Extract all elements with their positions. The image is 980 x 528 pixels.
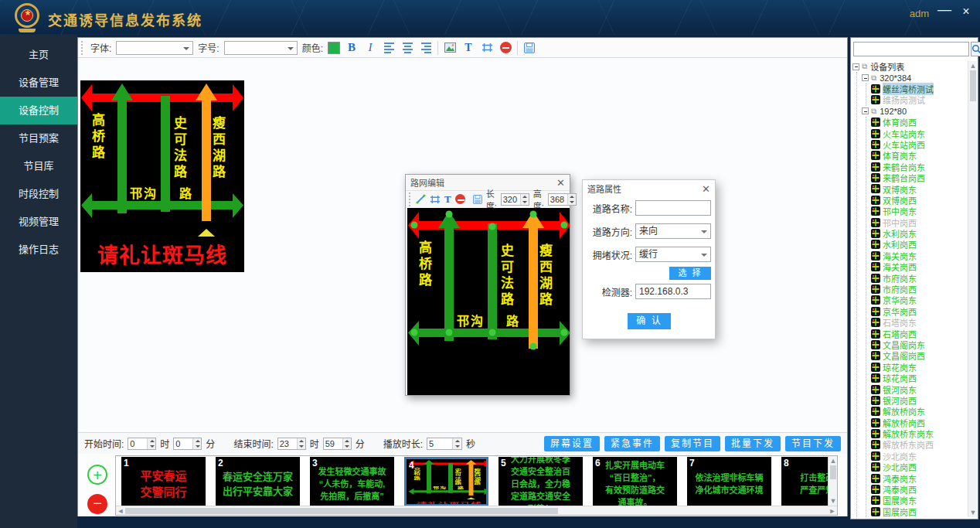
start-minute-input[interactable]: 0 <box>173 438 202 450</box>
close-icon[interactable]: ✕ <box>556 177 565 189</box>
sidebar-item-7[interactable]: 视频管理 <box>0 208 77 236</box>
sidebar-item-1[interactable]: 主页 <box>0 41 77 69</box>
congestion-select[interactable]: 缓行 <box>635 247 711 262</box>
bold-icon[interactable]: B <box>345 41 359 55</box>
spinner-up[interactable] <box>521 194 529 199</box>
tree-device[interactable]: 解放桥东岗东 <box>871 428 968 439</box>
tree-device[interactable]: 体育岗东 <box>871 150 968 161</box>
tree-device[interactable]: 京华岗西 <box>871 306 968 317</box>
scroll-up-arrow[interactable]: ▲ <box>829 457 838 465</box>
tree-device[interactable]: 市府岗东 <box>871 272 968 283</box>
search-button[interactable] <box>971 42 980 56</box>
tree-device[interactable]: 火车站岗西 <box>871 139 968 150</box>
tree-device[interactable]: 解放桥东岗西 <box>871 439 968 450</box>
height-input[interactable]: 368 <box>548 193 577 206</box>
end-minute-input[interactable]: 59 <box>323 438 352 450</box>
tree-device[interactable]: 沙北岗东 <box>871 451 968 462</box>
sidebar-item-2[interactable]: 设备管理 <box>0 69 77 97</box>
image-icon[interactable] <box>443 41 457 55</box>
tree-device[interactable]: 螺丝湾桥测试 <box>871 83 968 94</box>
tree-device[interactable]: 邗中岗东 <box>871 206 968 216</box>
size-select[interactable] <box>224 41 298 55</box>
text-icon[interactable]: T <box>461 41 475 55</box>
road-direction-select[interactable]: 来向 <box>635 223 711 239</box>
tree-device[interactable]: 海关岗东 <box>871 250 968 261</box>
tree-device[interactable]: 体育岗西 <box>871 117 968 128</box>
sidebar-item-5[interactable]: 节目库 <box>0 152 77 180</box>
action-button-5[interactable]: 节目下发 <box>785 436 841 451</box>
stop-icon[interactable] <box>455 192 465 206</box>
tree-root[interactable]: ⧉设备列表 <box>852 61 968 72</box>
tree-device[interactable]: 双博岗东 <box>871 183 968 194</box>
scroll-down-arrow[interactable]: ▼ <box>968 509 978 516</box>
text-icon[interactable]: T <box>444 192 451 206</box>
tree-device[interactable]: 水利岗东 <box>871 228 968 239</box>
stop-icon[interactable] <box>499 41 512 55</box>
confirm-button[interactable]: 确 认 <box>628 313 671 329</box>
road-name-field[interactable] <box>635 200 711 216</box>
sidebar-item-8[interactable]: 操作日志 <box>0 236 77 264</box>
spinner-down[interactable] <box>568 199 576 205</box>
tree-device[interactable]: 琼花岗东 <box>871 362 968 373</box>
end-hour-input[interactable]: 23 <box>277 438 306 450</box>
collapse-icon[interactable] <box>862 107 869 114</box>
add-program-button[interactable]: + <box>87 465 107 485</box>
minimize-button[interactable]: — <box>937 2 952 18</box>
sidebar-item-3[interactable]: 设备控制 <box>0 97 77 124</box>
tree-device[interactable]: 石塔岗西 <box>871 328 968 339</box>
collapse-icon[interactable] <box>852 63 859 70</box>
tree-device[interactable]: 水利岗西 <box>871 239 968 250</box>
action-button-1[interactable]: 屏幕设置 <box>544 436 600 451</box>
tree-scrollbar[interactable]: ▲ ▼ <box>968 61 977 517</box>
program-thumbnail-1[interactable]: 1平安春运交警同行 <box>121 457 206 506</box>
scroll-up-arrow[interactable]: ▲ <box>968 62 978 70</box>
font-select[interactable] <box>116 41 193 55</box>
tree-device[interactable]: 来鹤台岗西 <box>871 172 968 183</box>
close-icon[interactable]: ✕ <box>702 183 710 195</box>
tree-device[interactable]: 银河岗西 <box>871 395 968 406</box>
action-button-3[interactable]: 复制节目 <box>665 436 720 451</box>
detector-field[interactable]: 192.168.0.3 <box>635 284 711 299</box>
tree-group-320*384[interactable]: ⧉320*384 <box>862 72 968 83</box>
tree-device[interactable]: 邗中岗西 <box>871 216 968 227</box>
tree-device[interactable]: 银河岗东 <box>871 383 968 394</box>
edit-canvas[interactable]: 高桥路 史可法路 瘦西湖路 邗沟 路 请礼让斑马线 路网编辑 ✕ T <box>78 58 847 432</box>
tree-device[interactable]: 国展岗西 <box>871 506 968 517</box>
start-hour-input[interactable]: 0 <box>128 438 156 450</box>
tree-group-192*80[interactable]: ⧉192*80 <box>862 106 968 117</box>
action-button-2[interactable]: 紧急事件 <box>604 436 660 451</box>
device-search-input[interactable] <box>853 42 969 56</box>
tree-device[interactable]: 石塔岗东 <box>871 317 968 328</box>
spinner-down[interactable] <box>521 199 529 205</box>
tree-device[interactable]: 解放桥岗东 <box>871 406 968 417</box>
save-icon[interactable] <box>473 192 482 206</box>
length-input[interactable]: 320 <box>501 193 529 206</box>
tree-device[interactable]: 海关岗西 <box>871 261 968 272</box>
tree-device[interactable]: 琼花岗西 <box>871 373 968 383</box>
close-button[interactable]: × <box>958 5 974 19</box>
program-thumbnail-6[interactable]: 6扎实开展电动车“百日整治”，有效预防道路交通事故。 <box>593 457 677 506</box>
remove-program-button[interactable]: − <box>87 494 107 514</box>
duration-input[interactable]: 5 <box>427 438 462 450</box>
scroll-down-arrow[interactable]: ▼ <box>829 497 838 505</box>
tree-device[interactable]: 来鹤台岗东 <box>871 162 968 172</box>
road-network-edit-area[interactable]: 高桥路 史可法路 瘦西湖路 邗沟 路 <box>407 208 570 395</box>
program-thumbnail-2[interactable]: 2春运安全连万家出行平安靠大家 <box>216 457 300 506</box>
program-horizontal-scrollbar[interactable]: ◄ ► <box>116 506 837 515</box>
tree-device[interactable]: 京华岗东 <box>871 295 968 305</box>
spinner-up[interactable] <box>568 194 576 199</box>
tree-device[interactable]: 火车站岗东 <box>871 128 968 138</box>
tree-device[interactable]: 鸿泰岗东 <box>871 472 968 483</box>
scroll-left-arrow[interactable]: ◄ <box>116 507 125 515</box>
program-thumbnail-3[interactable]: 3发生轻微交通事故“人未伤，车能动,先拍照，后撤离” <box>310 457 394 506</box>
color-swatch[interactable] <box>328 42 340 54</box>
program-thumbnail-4[interactable]: 4 高桥路 史可法路 瘦西湖路 邗沟 路 请礼让斑马线 <box>404 457 488 506</box>
align-left-icon[interactable] <box>382 41 396 55</box>
sidebar-item-4[interactable]: 节目预案 <box>0 124 77 152</box>
road-icon[interactable] <box>430 192 441 206</box>
italic-icon[interactable]: I <box>363 41 377 55</box>
tree-device[interactable]: 文昌阁岗西 <box>871 350 968 361</box>
program-thumbnail-5[interactable]: 5大力开展秋冬季交通安全整治百日会战，全力稳定道路交通安全形势！ <box>499 457 583 506</box>
collapse-icon[interactable] <box>862 74 869 81</box>
sidebar-item-6[interactable]: 时段控制 <box>0 180 77 208</box>
